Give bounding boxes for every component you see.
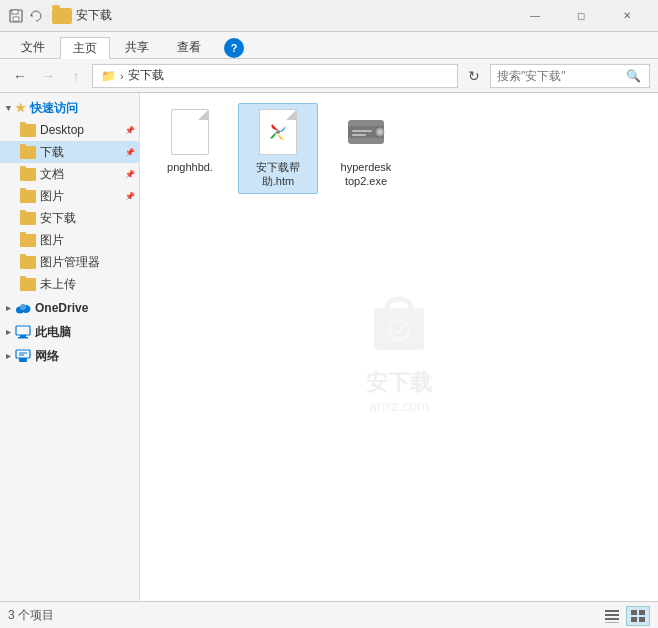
tab-view[interactable]: 查看 — [164, 36, 214, 58]
window-controls: — ◻ ✕ — [512, 0, 650, 32]
svg-rect-9 — [19, 358, 27, 362]
picmgr-folder-icon — [20, 256, 36, 269]
svg-rect-22 — [605, 610, 619, 612]
sidebar-item-documents[interactable]: 文档 📌 — [0, 163, 139, 185]
onedrive-section: ▸ OneDrive — [0, 297, 139, 319]
sidebar-item-downloads[interactable]: 下载 📌 — [0, 141, 139, 163]
desktop-pin-icon: 📌 — [125, 126, 135, 135]
quick-access-chevron: ▾ — [6, 103, 11, 113]
onedrive-label: OneDrive — [35, 301, 88, 315]
sidebar-item-pictures[interactable]: 图片 📌 — [0, 185, 139, 207]
title-bar: 安下载 — ◻ ✕ — [0, 0, 658, 32]
quick-access-star-icon: ★ — [15, 101, 26, 115]
documents-folder-icon — [20, 168, 36, 181]
sidebar-item-pictures2[interactable]: 图片 — [0, 229, 139, 251]
tab-share[interactable]: 共享 — [112, 36, 162, 58]
search-box: 🔍 — [490, 64, 650, 88]
forward-button[interactable]: → — [36, 64, 60, 88]
onedrive-chevron: ▸ — [6, 303, 11, 313]
quick-access-label: 快速访问 — [30, 100, 78, 117]
files-container: pnghhbd. — [140, 93, 658, 204]
downloads-folder-icon — [20, 146, 36, 159]
generic-file-icon — [171, 109, 209, 155]
view-buttons — [600, 606, 650, 626]
htm-file-wrap — [254, 108, 302, 156]
breadcrumb: 📁 › 安下载 — [101, 67, 164, 84]
file-htm[interactable]: 安下载帮助.htm — [238, 103, 318, 194]
anxz-folder-icon — [20, 212, 36, 225]
watermark-text: 安下载 — [366, 368, 432, 398]
address-bar: ← → ↑ 📁 › 安下载 ↻ 🔍 — [0, 59, 658, 93]
svg-rect-24 — [605, 618, 619, 620]
uploads-folder-icon — [20, 278, 36, 291]
help-button[interactable]: ? — [224, 38, 244, 58]
svg-rect-29 — [639, 617, 645, 622]
pictures-pin-icon: 📌 — [125, 192, 135, 201]
svg-rect-10 — [16, 350, 30, 358]
close-button[interactable]: ✕ — [604, 0, 650, 32]
quick-access-header[interactable]: ▾ ★ 快速访问 — [0, 97, 139, 119]
svg-rect-28 — [631, 617, 637, 622]
htm-name: 安下载帮助.htm — [256, 160, 300, 189]
network-label: 网络 — [35, 348, 59, 365]
pc-icon — [15, 325, 31, 339]
downloads-pin-icon: 📌 — [125, 148, 135, 157]
sidebar: ▾ ★ 快速访问 Desktop 📌 下载 📌 文档 📌 图片 — [0, 93, 140, 601]
quick-access-section: ▾ ★ 快速访问 Desktop 📌 下载 📌 文档 📌 图片 — [0, 97, 139, 295]
tab-file[interactable]: 文件 — [8, 36, 58, 58]
svg-rect-27 — [639, 610, 645, 615]
svg-rect-23 — [605, 614, 619, 616]
pinwheel-icon — [266, 120, 290, 144]
pictures2-label: 图片 — [40, 232, 135, 249]
sidebar-item-picmgr[interactable]: 图片管理器 — [0, 251, 139, 273]
window-title: 安下载 — [76, 7, 512, 24]
htm-icon — [254, 108, 302, 156]
svg-rect-26 — [631, 610, 637, 615]
maximize-button[interactable]: ◻ — [558, 0, 604, 32]
documents-label: 文档 — [40, 166, 121, 183]
uploads-label: 未上传 — [40, 276, 135, 293]
pnghhbd-icon — [166, 108, 214, 156]
tab-home[interactable]: 主页 — [60, 37, 110, 59]
search-icon[interactable]: 🔍 — [621, 64, 645, 88]
pictures-label: 图片 — [40, 188, 121, 205]
minimize-button[interactable]: — — [512, 0, 558, 32]
onedrive-header[interactable]: ▸ OneDrive — [0, 297, 139, 319]
pictures-folder-icon — [20, 190, 36, 203]
picmgr-label: 图片管理器 — [40, 254, 135, 271]
file-exe[interactable]: hyperdesktop2.exe — [326, 103, 406, 194]
pc-section: ▸ 此电脑 — [0, 321, 139, 343]
exe-name: hyperdesktop2.exe — [341, 160, 392, 189]
svg-point-15 — [276, 130, 280, 134]
back-button[interactable]: ← — [8, 64, 32, 88]
network-section: ▸ 网络 — [0, 345, 139, 367]
address-input[interactable]: 📁 › 安下载 — [92, 64, 458, 88]
grid-view-button[interactable] — [626, 606, 650, 626]
pc-label: 此电脑 — [35, 324, 71, 341]
pc-header[interactable]: ▸ 此电脑 — [0, 321, 139, 343]
svg-rect-21 — [352, 134, 366, 136]
status-item-count: 3 个项目 — [8, 607, 600, 624]
svg-rect-25 — [605, 622, 619, 623]
documents-pin-icon: 📌 — [125, 170, 135, 179]
undo-icon[interactable] — [28, 8, 44, 24]
network-chevron: ▸ — [6, 351, 11, 361]
file-pnghhbd[interactable]: pnghhbd. — [150, 103, 230, 194]
list-view-button[interactable] — [600, 606, 624, 626]
up-button[interactable]: ↑ — [64, 64, 88, 88]
ribbon-tabs: 文件 主页 共享 查看 ? — [0, 32, 658, 58]
refresh-button[interactable]: ↻ — [462, 64, 486, 88]
svg-point-14 — [389, 320, 409, 340]
network-header[interactable]: ▸ 网络 — [0, 345, 139, 367]
sidebar-item-uploads[interactable]: 未上传 — [0, 273, 139, 295]
sidebar-item-desktop[interactable]: Desktop 📌 — [0, 119, 139, 141]
sidebar-item-anxz[interactable]: 安下载 — [0, 207, 139, 229]
file-area: 安下载 anxz.com pnghhbd. — [140, 93, 658, 601]
svg-point-19 — [378, 130, 382, 134]
svg-rect-1 — [12, 10, 18, 14]
watermark-bag-icon — [359, 280, 439, 360]
pictures2-folder-icon — [20, 234, 36, 247]
save-icon[interactable] — [8, 8, 24, 24]
pnghhbd-name: pnghhbd. — [167, 160, 213, 174]
search-input[interactable] — [491, 65, 621, 87]
